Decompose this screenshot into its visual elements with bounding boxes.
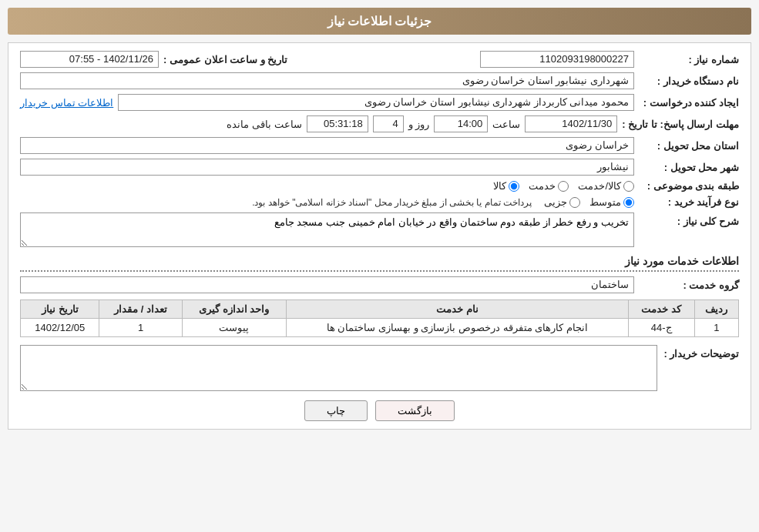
deadline-remaining-label: ساعت باقی مانده bbox=[227, 119, 301, 130]
service-group-row: گروه خدمت : ساختمان bbox=[20, 276, 739, 293]
col-name: نام خدمت bbox=[286, 300, 628, 319]
category-option-kala-khedmat: کالا/خدمت bbox=[578, 180, 634, 192]
col-row: ردیف bbox=[694, 300, 738, 319]
description-textarea[interactable] bbox=[20, 212, 634, 247]
buyer-desc-textarea[interactable] bbox=[20, 345, 657, 391]
purchase-type-option-motavaset: متوسط bbox=[589, 196, 634, 208]
city-label: شهر محل تحویل : bbox=[639, 162, 739, 173]
cell-date: 1402/12/05 bbox=[21, 319, 99, 337]
deadline-row: مهلت ارسال پاسخ: تا تاریخ : 1402/11/30 س… bbox=[20, 115, 739, 132]
announcement-value: 1402/11/26 - 07:55 bbox=[20, 51, 159, 68]
purchase-type-note: پرداخت تمام یا بخشی از مبلغ خریدار محل "… bbox=[252, 197, 532, 208]
buyer-desc-row: توضیحات خریدار : bbox=[20, 345, 739, 391]
services-table-section: ردیف کد خدمت نام خدمت واحد اندازه گیری ت… bbox=[20, 299, 739, 337]
cell-code: ج-44 bbox=[628, 319, 694, 337]
purchase-type-row: نوع فرآیند خرید : متوسط جزیی پرداخت تمام… bbox=[20, 196, 739, 208]
province-row: استان محل تحویل : خراسان رضوی bbox=[20, 137, 739, 154]
category-option-khedmat-label: خدمت bbox=[529, 180, 556, 192]
service-group-label: گروه خدمت : bbox=[639, 279, 739, 291]
category-option-kala-khedmat-label: کالا/خدمت bbox=[578, 180, 621, 192]
buyer-org-value: شهرداری نیشابور استان خراسان رضوی bbox=[20, 72, 634, 89]
purchase-type-radio-motavaset[interactable] bbox=[623, 197, 634, 208]
cell-qty: 1 bbox=[99, 319, 182, 337]
province-value: خراسان رضوی bbox=[20, 137, 634, 154]
description-row: شرح کلی نیاز : bbox=[20, 212, 739, 247]
category-row: طبقه بندی موضوعی : کالا/خدمت خدمت کالا bbox=[20, 180, 739, 192]
category-radio-kala[interactable] bbox=[509, 181, 519, 192]
table-row: 1 ج-44 انجام کارهای متفرقه درخصوص بازساز… bbox=[21, 319, 739, 337]
province-label: استان محل تحویل : bbox=[639, 140, 739, 152]
category-option-khedmat: خدمت bbox=[529, 180, 569, 192]
deadline-days-label: روز و bbox=[408, 119, 430, 130]
deadline-time-label: ساعت bbox=[492, 119, 520, 130]
cell-unit: پیوست bbox=[182, 319, 286, 337]
services-table: ردیف کد خدمت نام خدمت واحد اندازه گیری ت… bbox=[20, 299, 739, 337]
creator-label: ایجاد کننده درخواست : bbox=[639, 97, 739, 109]
deadline-days: 4 bbox=[373, 115, 404, 132]
need-number-row: شماره نیاز : 1102093198000227 تاریخ و سا… bbox=[20, 51, 739, 68]
creator-row: ایجاد کننده درخواست : محمود میدانی کاربر… bbox=[20, 94, 739, 111]
services-section-title: اطلاعات خدمات مورد نیاز bbox=[20, 255, 739, 272]
category-option-kala: کالا bbox=[493, 180, 519, 192]
col-date: تاریخ نیاز bbox=[21, 300, 99, 319]
col-unit: واحد اندازه گیری bbox=[182, 300, 286, 319]
back-button[interactable]: بازگشت bbox=[375, 400, 455, 421]
purchase-type-radio-group: متوسط جزیی bbox=[544, 196, 634, 208]
city-row: شهر محل تحویل : نیشابور bbox=[20, 159, 739, 176]
purchase-type-radio-jozii[interactable] bbox=[569, 197, 580, 208]
col-qty: تعداد / مقدار bbox=[99, 300, 182, 319]
cell-name: انجام کارهای متفرقه درخصوص بازسازی و بهس… bbox=[286, 319, 628, 337]
main-content: شماره نیاز : 1102093198000227 تاریخ و سا… bbox=[8, 42, 751, 430]
cell-row: 1 bbox=[694, 319, 738, 337]
announcement-label: تاریخ و ساعت اعلان عمومی : bbox=[163, 54, 287, 65]
creator-value: محمود میدانی کاربرداز شهرداری نیشابور اس… bbox=[118, 94, 634, 111]
page-container: جزئیات اطلاعات نیاز شماره نیاز : 1102093… bbox=[0, 0, 759, 532]
col-code: کد خدمت bbox=[628, 300, 694, 319]
deadline-remaining: 05:31:18 bbox=[307, 115, 368, 132]
deadline-label: مهلت ارسال پاسخ: تا تاریخ : bbox=[622, 119, 739, 130]
category-radio-group: کالا/خدمت خدمت کالا bbox=[493, 180, 634, 192]
deadline-date: 1402/11/30 bbox=[525, 115, 617, 132]
purchase-type-label: نوع فرآیند خرید : bbox=[639, 196, 739, 208]
service-group-value: ساختمان bbox=[20, 276, 634, 293]
deadline-time: 14:00 bbox=[434, 115, 488, 132]
description-label: شرح کلی نیاز : bbox=[639, 212, 739, 227]
category-option-kala-label: کالا bbox=[493, 180, 506, 192]
buyer-org-label: نام دستگاه خریدار : bbox=[639, 75, 739, 87]
purchase-type-option-motavaset-label: متوسط bbox=[589, 196, 621, 208]
button-row: بازگشت چاپ bbox=[20, 400, 739, 421]
purchase-type-option-jozii-label: جزیی bbox=[544, 196, 567, 208]
purchase-type-option-jozii: جزیی bbox=[544, 196, 580, 208]
need-number-label: شماره نیاز : bbox=[639, 54, 739, 65]
city-value: نیشابور bbox=[20, 159, 634, 176]
buyer-org-row: نام دستگاه خریدار : شهرداری نیشابور استا… bbox=[20, 72, 739, 89]
print-button[interactable]: چاپ bbox=[304, 400, 368, 421]
buyer-desc-label: توضیحات خریدار : bbox=[662, 345, 739, 360]
contact-link[interactable]: اطلاعات تماس خریدار bbox=[20, 97, 113, 109]
category-radio-khedmat[interactable] bbox=[558, 181, 569, 192]
need-number-value: 1102093198000227 bbox=[480, 51, 634, 68]
category-radio-kala-khedmat[interactable] bbox=[623, 181, 634, 192]
category-label: طبقه بندی موضوعی : bbox=[639, 180, 739, 192]
page-title: جزئیات اطلاعات نیاز bbox=[8, 8, 751, 35]
